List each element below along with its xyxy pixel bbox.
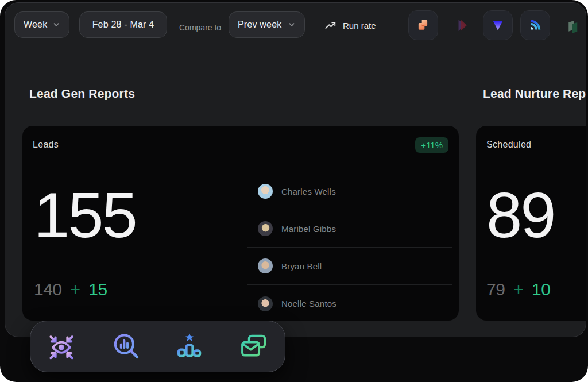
- list-item[interactable]: Maribel Gibbs: [247, 210, 452, 248]
- ranking-star-button[interactable]: [175, 331, 204, 361]
- leads-card[interactable]: Leads +11% 155 140 + 15 Charles Wells Ma…: [22, 126, 459, 321]
- dashboard-window: Week Feb 28 - Mar 4 Compare to Prev week…: [5, 2, 586, 337]
- trending-up-icon: [324, 20, 337, 31]
- focus-eye-button[interactable]: [47, 331, 76, 361]
- leads-delta-value: 15: [88, 280, 107, 299]
- compare-select[interactable]: Prev week: [229, 11, 305, 38]
- scheduled-previous-value: 79: [486, 280, 505, 299]
- leads-value: 155: [34, 183, 136, 248]
- chevron-down-icon: [288, 21, 296, 29]
- email-stack-icon: [239, 331, 269, 361]
- floating-dock: [30, 321, 285, 372]
- run-rate-label: Run rate: [343, 21, 376, 30]
- avatar: [258, 296, 273, 311]
- layered-arrow-glyph-icon: [454, 17, 471, 34]
- green-bars-glyph-icon: [565, 17, 582, 34]
- dashboard-frame: Week Feb 28 - Mar 4 Compare to Prev week…: [0, 0, 588, 382]
- scheduled-value: 89: [486, 183, 555, 248]
- list-item[interactable]: Charles Wells: [247, 173, 452, 210]
- compare-to-label: Compare to: [179, 23, 221, 32]
- avatar: [258, 258, 273, 273]
- scheduled-previous-row: 79 + 10: [486, 280, 550, 299]
- period-select[interactable]: Week: [14, 11, 69, 38]
- search-stats-icon: [111, 331, 141, 361]
- run-rate-toggle[interactable]: Run rate: [324, 20, 376, 31]
- date-range-button[interactable]: Feb 28 - Mar 4: [79, 11, 167, 38]
- leads-card-title: Leads: [33, 140, 59, 150]
- person-name: Maribel Gibbs: [281, 224, 336, 234]
- chevron-down-icon: [52, 21, 60, 29]
- arcs-glyph-icon: [527, 17, 543, 33]
- section-title-lead-gen: Lead Gen Reports: [29, 87, 135, 101]
- scheduled-delta-value: 10: [532, 280, 550, 299]
- compare-select-label: Prev week: [238, 20, 282, 30]
- ranking-star-icon: [175, 331, 204, 361]
- list-item[interactable]: Noelle Santos: [247, 285, 452, 321]
- period-select-label: Week: [24, 20, 47, 30]
- layered-arrow-app-icon[interactable]: [454, 17, 471, 34]
- scheduled-card-title: Scheduled: [486, 140, 531, 150]
- list-item[interactable]: Bryan Bell: [247, 248, 452, 285]
- arcs-app-icon[interactable]: [520, 10, 550, 40]
- person-name: Noelle Santos: [281, 299, 336, 308]
- blocks-app-icon[interactable]: [408, 10, 438, 40]
- email-stack-button[interactable]: [239, 331, 269, 361]
- scheduled-plus-sign: +: [513, 280, 523, 299]
- leads-previous-row: 140 + 15: [34, 280, 107, 299]
- avatar: [258, 184, 273, 199]
- focus-eye-icon: [47, 331, 76, 361]
- person-name: Charles Wells: [281, 187, 336, 196]
- leads-change-badge: +11%: [415, 137, 448, 153]
- funnel-glyph-icon: [490, 18, 505, 33]
- person-name: Bryan Bell: [281, 261, 322, 271]
- scheduled-card[interactable]: Scheduled 89 79 + 10: [476, 126, 586, 321]
- date-range-label: Feb 28 - Mar 4: [92, 20, 154, 30]
- green-bars-app-icon[interactable]: [564, 16, 583, 35]
- funnel-app-icon[interactable]: [483, 10, 513, 40]
- leads-plus-sign: +: [70, 280, 80, 299]
- blocks-glyph-icon: [415, 17, 431, 33]
- search-stats-button[interactable]: [111, 331, 141, 361]
- avatar: [258, 221, 273, 236]
- toolbar-divider: [397, 15, 397, 38]
- leads-previous-value: 140: [34, 280, 62, 299]
- section-title-lead-nurture: Lead Nurture Reports: [483, 87, 586, 101]
